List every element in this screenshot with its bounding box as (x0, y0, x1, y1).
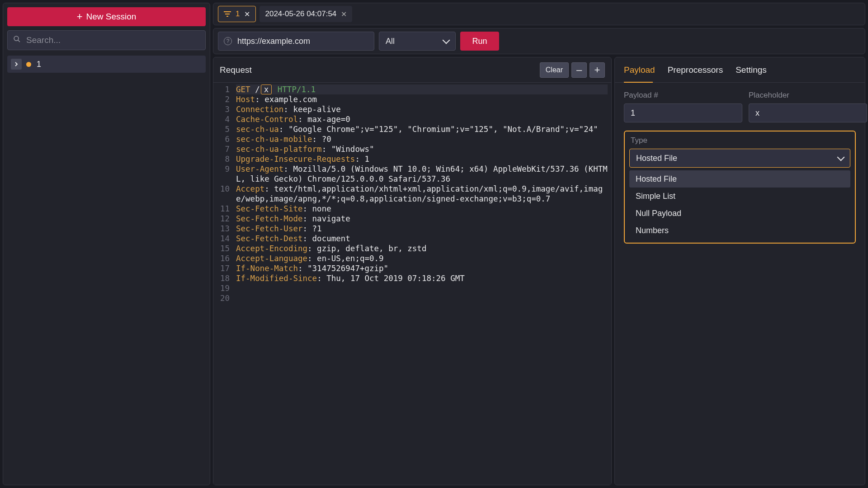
code-line[interactable]: Sec-Fetch-Dest: document (236, 234, 608, 244)
type-options-list: Hosted FileSimple ListNull PayloadNumber… (629, 170, 850, 239)
scope-select[interactable]: All (379, 32, 456, 51)
code-line[interactable]: Accept-Language: en-US,en;q=0.9 (236, 253, 608, 263)
run-button[interactable]: Run (460, 32, 499, 51)
payload-num-label: Payload # (624, 91, 742, 100)
code-line[interactable]: If-None-Match: "3147526947+gzip" (236, 263, 608, 273)
url-input[interactable] (236, 36, 368, 47)
placeholder-label: Placeholder (749, 91, 867, 100)
line-gutter: 1234567891011121314151617181920 (213, 83, 234, 485)
filter-icon (224, 11, 231, 17)
main: 1 ✕ 2024-05-26 04:07:54 ✕ ? All Run (213, 3, 865, 485)
code-line[interactable]: GET /x HTTP/1.1 (236, 84, 608, 94)
tab-payload[interactable]: Payload (624, 65, 655, 75)
close-icon[interactable]: ✕ (244, 10, 250, 19)
clear-button[interactable]: Clear (540, 62, 569, 78)
code-line[interactable]: Sec-Fetch-Site: none (236, 204, 608, 214)
placeholder-input[interactable] (749, 103, 867, 122)
code-line[interactable]: sec-ch-ua-mobile: ?0 (236, 134, 608, 144)
code-line[interactable]: User-Agent: Mozilla/5.0 (Windows NT 10.0… (236, 164, 608, 184)
request-panel: Request Clear – + 1234567891011121314151… (213, 57, 612, 485)
code-line[interactable]: Sec-Fetch-User: ?1 (236, 224, 608, 234)
payload-panel: Payload Preprocessors Settings Payload #… (614, 57, 865, 485)
type-label: Type (631, 136, 849, 145)
session-tab[interactable]: 2024-05-26 04:07:54 ✕ (259, 6, 352, 22)
payload-num-input[interactable] (624, 103, 742, 122)
search-icon (13, 35, 21, 45)
code-line[interactable] (236, 283, 608, 293)
close-icon[interactable]: ✕ (341, 10, 347, 19)
type-selected-value: Hosted File (636, 154, 677, 163)
session-tabs-panel: 1 ✕ 2024-05-26 04:07:54 ✕ (213, 3, 865, 25)
help-icon[interactable]: ? (224, 37, 232, 45)
type-select[interactable]: Hosted File (629, 149, 850, 168)
type-option[interactable]: Simple List (629, 188, 850, 205)
svg-point-0 (14, 36, 19, 41)
tab-settings[interactable]: Settings (736, 65, 767, 75)
chevron-right-icon[interactable] (11, 59, 22, 70)
code-line[interactable]: Connection: keep-alive (236, 104, 608, 114)
type-option[interactable]: Null Payload (629, 205, 850, 222)
code-line[interactable]: Upgrade-Insecure-Requests: 1 (236, 154, 608, 164)
request-editor[interactable]: 1234567891011121314151617181920 GET /x H… (213, 83, 611, 485)
tab-preprocessors[interactable]: Preprocessors (668, 65, 723, 75)
chevron-down-icon (443, 37, 450, 44)
type-option[interactable]: Hosted File (629, 170, 850, 188)
add-marker-button[interactable]: + (590, 62, 605, 78)
new-session-button[interactable]: + New Session (7, 7, 206, 26)
sidebar: + New Session 1 (3, 3, 210, 485)
chevron-down-icon (837, 154, 845, 161)
code-line[interactable]: Accept: text/html,application/xhtml+xml,… (236, 184, 608, 204)
status-dot-icon (26, 62, 31, 67)
right-tabs: Payload Preprocessors Settings (615, 57, 865, 83)
payload-marker[interactable]: x (261, 84, 272, 94)
session-label: 1 (37, 60, 41, 69)
code-line[interactable]: If-Modified-Since: Thu, 17 Oct 2019 07:1… (236, 273, 608, 283)
request-header: Request Clear – + (213, 57, 611, 83)
type-option[interactable]: Numbers (629, 222, 850, 239)
code-line[interactable]: Host: example.com (236, 94, 608, 104)
code-line[interactable]: sec-ch-ua: "Google Chrome";v="125", "Chr… (236, 124, 608, 134)
svg-line-1 (18, 40, 20, 42)
url-input-wrap[interactable]: ? (218, 32, 374, 51)
search-input-wrap[interactable] (7, 30, 206, 50)
code-area[interactable]: GET /x HTTP/1.1Host: example.comConnecti… (234, 83, 611, 485)
session-row[interactable]: 1 (7, 56, 206, 73)
remove-marker-button[interactable]: – (571, 62, 587, 78)
new-session-label: New Session (86, 12, 136, 22)
panel-title: Request (220, 65, 252, 75)
session-tab-label: 2024-05-26 04:07:54 (265, 9, 336, 19)
scope-select-label: All (386, 37, 395, 46)
workspace: Request Clear – + 1234567891011121314151… (213, 57, 865, 485)
code-line[interactable]: Accept-Encoding: gzip, deflate, br, zstd (236, 244, 608, 253)
session-tab-label: 1 (236, 9, 240, 19)
code-line[interactable]: Cache-Control: max-age=0 (236, 114, 608, 124)
code-line[interactable]: Sec-Fetch-Mode: navigate (236, 214, 608, 224)
search-input[interactable] (25, 35, 200, 46)
code-line[interactable] (236, 293, 608, 303)
code-line[interactable]: sec-ch-ua-platform: "Windows" (236, 144, 608, 154)
url-bar: ? All Run (213, 28, 865, 54)
session-tab[interactable]: 1 ✕ (218, 6, 256, 22)
plus-icon: + (77, 12, 83, 22)
type-block: Type Hosted File Hosted FileSimple ListN… (624, 131, 856, 244)
payload-body: Payload # Placeholder Type Hosted File (615, 83, 865, 485)
